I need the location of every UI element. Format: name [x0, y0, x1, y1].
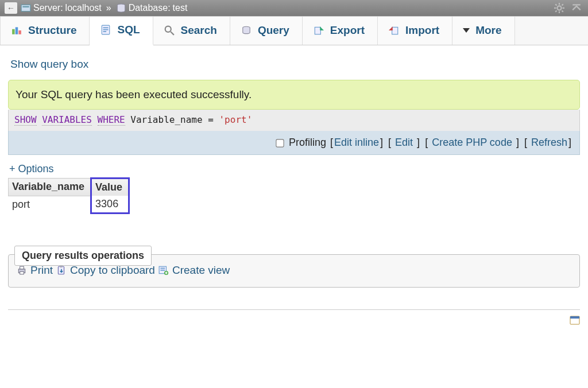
- svg-line-9: [562, 11, 563, 12]
- bottom-separator: [8, 309, 580, 310]
- structure-icon: [11, 25, 22, 36]
- tab-structure[interactable]: Structure: [0, 17, 90, 45]
- svg-rect-23: [315, 27, 320, 34]
- table-header-row: Variable_name Value: [9, 179, 129, 196]
- results-table: Variable_name Value port 3306: [8, 177, 130, 214]
- sql-identifier: Variable_name: [130, 114, 202, 125]
- svg-rect-15: [18, 30, 21, 34]
- options-toggle[interactable]: + Options: [9, 163, 54, 174]
- collapse-button[interactable]: [570, 2, 583, 14]
- svg-line-11: [555, 11, 556, 12]
- tab-more[interactable]: More: [452, 17, 514, 45]
- print-label: Print: [30, 264, 53, 277]
- tab-label: Query: [258, 24, 289, 37]
- tab-label: SQL: [117, 24, 140, 36]
- print-link[interactable]: Print: [17, 264, 53, 277]
- success-message: Your SQL query has been executed success…: [8, 80, 580, 110]
- search-icon: [164, 25, 175, 36]
- sql-string: 'port': [219, 114, 252, 125]
- tab-sql[interactable]: SQL: [90, 17, 153, 45]
- server-label: Server:: [33, 3, 63, 13]
- gear-icon: [554, 3, 564, 13]
- tab-export[interactable]: Export: [303, 17, 378, 45]
- svg-rect-1: [22, 6, 29, 7]
- copy-label: Copy to clipboard: [70, 264, 155, 277]
- profiling-toggle[interactable]: Profiling: [276, 137, 329, 148]
- svg-rect-17: [103, 28, 109, 29]
- breadcrumb-separator: »: [106, 3, 111, 13]
- breadcrumb-server[interactable]: Server: localhost: [21, 3, 102, 13]
- query-action-bar: Profiling [Edit inline] [ Edit ] [ Creat…: [8, 131, 580, 155]
- create-view-label: Create view: [172, 264, 230, 277]
- table-row: port 3306: [9, 196, 129, 214]
- sql-display: SHOW VARIABLES WHERE Variable_name = 'po…: [8, 110, 580, 131]
- show-query-box-link[interactable]: Show query box: [10, 58, 88, 70]
- profiling-checkbox[interactable]: [276, 139, 284, 147]
- svg-rect-27: [20, 271, 24, 274]
- tab-label: More: [475, 24, 501, 37]
- server-name: localhost: [65, 3, 102, 13]
- svg-rect-29: [60, 266, 63, 267]
- svg-rect-24: [392, 27, 398, 34]
- svg-rect-26: [20, 266, 24, 269]
- query-icon: [241, 25, 252, 36]
- svg-rect-35: [570, 316, 579, 319]
- print-icon: [17, 265, 27, 276]
- tab-label: Search: [181, 24, 217, 37]
- tab-query[interactable]: Query: [230, 17, 303, 45]
- sql-keyword: SHOW: [14, 114, 37, 126]
- svg-point-20: [165, 26, 171, 32]
- tab-label: Import: [405, 24, 439, 37]
- svg-line-10: [562, 4, 563, 5]
- svg-rect-32: [160, 270, 165, 271]
- col-header-value[interactable]: Value: [91, 179, 129, 196]
- edit-link[interactable]: Edit: [395, 137, 413, 148]
- sql-icon: [100, 25, 111, 35]
- sql-keyword: VARIABLES: [42, 114, 92, 126]
- clipboard-icon: [56, 265, 67, 276]
- tab-label: Structure: [28, 24, 76, 37]
- svg-rect-14: [16, 27, 18, 34]
- svg-rect-31: [160, 268, 165, 269]
- chevron-up-icon: [571, 3, 582, 13]
- edit-inline-link[interactable]: Edit inline: [334, 137, 379, 148]
- cell-variable-name: port: [9, 196, 91, 214]
- svg-line-8: [555, 4, 556, 5]
- tabstrip: Structure SQL Search Query Export Import…: [0, 16, 588, 45]
- svg-point-3: [557, 6, 561, 10]
- create-view-icon: [158, 265, 169, 276]
- svg-rect-18: [103, 29, 109, 30]
- profiling-label: Profiling: [289, 137, 326, 148]
- tab-label: Export: [330, 24, 365, 37]
- open-new-window-button[interactable]: [570, 316, 580, 328]
- tab-import[interactable]: Import: [378, 17, 452, 45]
- ops-legend: Query results operations: [14, 246, 152, 266]
- import-icon: [389, 25, 399, 36]
- cell-value: 3306: [91, 196, 129, 214]
- query-results-operations: Query results operations Print Copy to c…: [8, 254, 580, 288]
- breadcrumb-database[interactable]: Database: test: [116, 3, 188, 13]
- settings-button[interactable]: [552, 2, 566, 14]
- create-php-link[interactable]: Create PHP code: [432, 137, 512, 148]
- svg-line-21: [171, 32, 174, 35]
- chevron-down-icon: [463, 28, 470, 33]
- col-header-variable-name[interactable]: Variable_name: [9, 179, 91, 196]
- svg-rect-0: [21, 5, 30, 11]
- window-icon: [570, 316, 580, 325]
- database-icon: [116, 3, 126, 13]
- database-name: test: [173, 3, 188, 13]
- database-label: Database:: [129, 3, 171, 13]
- sql-keyword: WHERE: [98, 114, 125, 126]
- sql-operator: =: [208, 114, 214, 125]
- refresh-link[interactable]: Refresh: [531, 137, 567, 148]
- create-view-link[interactable]: Create view: [158, 264, 230, 277]
- breadcrumb: ← Server: localhost » Database: test: [0, 0, 588, 16]
- tab-search[interactable]: Search: [153, 17, 230, 45]
- copy-clipboard-link[interactable]: Copy to clipboard: [56, 264, 155, 277]
- svg-rect-13: [12, 29, 15, 34]
- server-icon: [21, 3, 31, 13]
- back-button[interactable]: ←: [5, 2, 17, 14]
- export-icon: [314, 25, 324, 36]
- svg-rect-19: [103, 31, 107, 32]
